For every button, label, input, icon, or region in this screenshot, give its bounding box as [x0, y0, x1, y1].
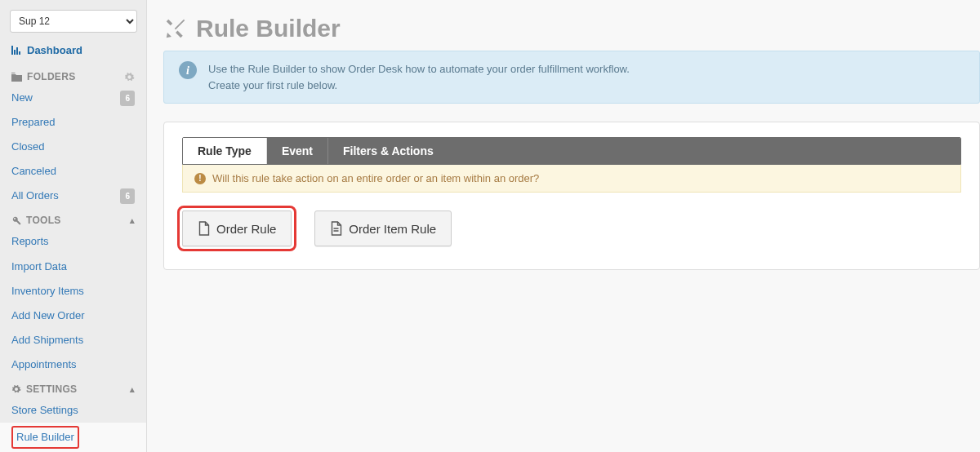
order-rule-button[interactable]: Order Rule	[182, 210, 292, 246]
sidebar-item-new[interactable]: New 6	[0, 86, 146, 110]
order-item-rule-button[interactable]: Order Item Rule	[314, 210, 452, 246]
count-badge: 6	[120, 188, 135, 204]
folder-icon	[11, 73, 22, 82]
section-title: TOOLS	[26, 215, 61, 226]
sidebar-item-store-settings[interactable]: Store Settings	[0, 398, 146, 423]
tab-label: Event	[282, 144, 313, 157]
sidebar-item-all-orders[interactable]: All Orders 6	[0, 184, 146, 208]
sidebar-item-label: All Orders	[11, 187, 59, 205]
sidebar-item-prepared[interactable]: Prepared	[0, 110, 146, 135]
sidebar-item-label: Add Shipments	[11, 331, 83, 349]
info-icon: i	[179, 61, 197, 79]
dashboard-link[interactable]: Dashboard	[0, 41, 146, 64]
sidebar-item-label: Add New Order	[11, 307, 85, 325]
caret-up-icon: ▴	[130, 215, 135, 226]
button-label: Order Rule	[216, 222, 276, 236]
sidebar-item-inventory-items[interactable]: Inventory Items	[0, 279, 146, 304]
sidebar-item-import-data[interactable]: Import Data	[0, 255, 146, 279]
sidebar-item-reports[interactable]: Reports	[0, 229, 146, 254]
info-note: i Use the Rule Builder to show Order Des…	[163, 51, 980, 104]
page-title-text: Rule Builder	[196, 15, 341, 42]
sidebar-item-label: Inventory Items	[11, 282, 84, 300]
sidebar-item-rule-builder[interactable]: Rule Builder	[0, 423, 146, 452]
sidebar-item-label: Canceled	[11, 162, 56, 180]
count-badge: 6	[120, 91, 135, 106]
exclamation-icon: !	[194, 173, 206, 184]
dashboard-label: Dashboard	[27, 44, 82, 56]
store-selector[interactable]: Sup 12	[10, 10, 137, 33]
tabs: Rule Type Event Filters & Actions	[182, 137, 961, 165]
tab-event[interactable]: Event	[267, 138, 328, 164]
sidebar-item-label: Import Data	[11, 258, 67, 276]
sidebar-item-appointments[interactable]: Appointments	[0, 352, 146, 377]
gear-icon[interactable]	[124, 72, 135, 82]
sidebar-item-label: Appointments	[11, 356, 77, 374]
document-icon	[198, 221, 210, 236]
page-title: Rule Builder	[163, 15, 980, 42]
sidebar-item-add-new-order[interactable]: Add New Order	[0, 304, 146, 328]
cog-icon	[11, 384, 21, 394]
note-line-2: Create your first rule below.	[208, 78, 630, 94]
sidebar-item-label: Store Settings	[11, 401, 78, 419]
question-bar: ! Will this rule take action on an entir…	[182, 165, 961, 193]
sidebar-item-canceled[interactable]: Canceled	[0, 159, 146, 184]
section-settings-header[interactable]: SETTINGS ▴	[0, 377, 146, 398]
section-folders-header[interactable]: FOLDERS	[0, 64, 146, 86]
main-content: Rule Builder i Use the Rule Builder to s…	[147, 0, 980, 270]
document-lines-icon	[330, 221, 342, 236]
tab-label: Rule Type	[198, 144, 252, 157]
sidebar-item-label: Prepared	[11, 113, 55, 131]
question-text: Will this rule take action on an entire …	[212, 172, 539, 184]
sidebar: Sup 12 Dashboard FOLDERS New 6 Prepared …	[0, 0, 147, 452]
rule-buttons: Order Rule Order Item Rule	[182, 210, 961, 246]
sidebar-item-label: New	[11, 89, 33, 107]
sidebar-item-closed[interactable]: Closed	[0, 135, 146, 159]
wrench-icon	[11, 215, 21, 225]
tab-label: Filters & Actions	[343, 144, 434, 157]
note-line-1: Use the Rule Builder to show Order Desk …	[208, 61, 630, 78]
sidebar-item-label: Reports	[11, 233, 49, 250]
sidebar-item-label: Rule Builder	[11, 426, 79, 449]
caret-up-icon: ▴	[130, 384, 135, 395]
section-title: FOLDERS	[27, 71, 75, 82]
sidebar-item-add-shipments[interactable]: Add Shipments	[0, 328, 146, 352]
rule-panel: Rule Type Event Filters & Actions ! Will…	[163, 122, 980, 270]
chart-icon	[11, 46, 22, 55]
tools-icon	[163, 16, 188, 41]
button-label: Order Item Rule	[349, 222, 436, 236]
section-title: SETTINGS	[26, 383, 77, 395]
tab-filters-actions[interactable]: Filters & Actions	[328, 138, 960, 164]
tab-rule-type[interactable]: Rule Type	[183, 138, 267, 164]
section-tools-header[interactable]: TOOLS ▴	[0, 208, 146, 229]
sidebar-item-label: Closed	[11, 138, 44, 156]
